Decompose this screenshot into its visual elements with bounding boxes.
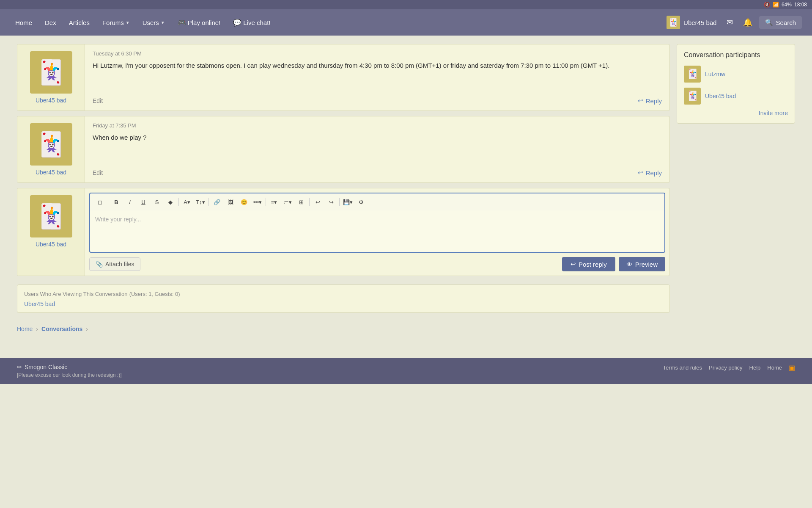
toolbar-eraser[interactable]: ◻ <box>93 196 106 208</box>
participant-name[interactable]: Lutzmw <box>705 71 725 77</box>
edit-link[interactable]: Edit <box>93 97 103 104</box>
nav-home[interactable]: Home <box>10 16 37 30</box>
reply-button[interactable]: ↩ Reply <box>638 169 662 177</box>
toolbar-separator <box>178 198 179 206</box>
viewer-name[interactable]: Uber45 bad <box>24 301 663 307</box>
preview-icon: 👁 <box>626 261 633 268</box>
notifications-icon[interactable]: 🔔 <box>740 14 756 30</box>
paperclip-icon: 📎 <box>96 261 103 268</box>
participant-name[interactable]: Uber45 bad <box>705 93 736 99</box>
livechat-icon: 💬 <box>233 19 241 27</box>
reply-button[interactable]: ↩ Reply <box>638 97 662 105</box>
viewers-section: Users Who Are Viewing This Conversation … <box>17 284 670 313</box>
toolbar-highlight[interactable]: ◆ <box>164 196 177 208</box>
messages-icon[interactable]: ✉ <box>723 14 736 30</box>
message-card: 🃏 Uber45 bad Tuesday at 6:30 PM Hi Lutzm… <box>17 44 670 111</box>
breadcrumb-home[interactable]: Home <box>17 326 33 332</box>
participant-item: 🃏 Uber45 bad <box>684 88 788 105</box>
username-label: Uber45 bad <box>683 19 716 26</box>
nav-articles[interactable]: Articles <box>64 16 95 30</box>
footer-privacy[interactable]: Privacy policy <box>709 364 742 371</box>
toolbar-redo[interactable]: ↪ <box>325 196 337 208</box>
post-reply-icon: ↩ <box>571 260 576 268</box>
composer-avatar: 🃏 <box>30 195 72 237</box>
message-text: When do we play ? <box>93 133 662 162</box>
toolbar-emoji[interactable]: 😊 <box>238 196 250 208</box>
forums-dropdown-arrow: ▼ <box>126 20 130 25</box>
toolbar-link[interactable]: 🔗 <box>211 196 223 208</box>
attach-files-button[interactable]: 📎 Attach files <box>89 257 140 271</box>
user-avatar: 🃏 <box>667 16 680 29</box>
main-container: 🃏 Uber45 bad Tuesday at 6:30 PM Hi Lutzm… <box>0 36 812 349</box>
navbar: Home Dex Articles Forums ▼ Users ▼ 🎮 Pla… <box>0 9 812 36</box>
nav-users[interactable]: Users ▼ <box>137 16 170 30</box>
toolbar-italic[interactable]: I <box>123 196 136 208</box>
message-timestamp: Tuesday at 6:30 PM <box>93 50 662 57</box>
message-actions: Edit ↩ Reply <box>93 97 662 105</box>
search-icon: 🔍 <box>765 19 773 26</box>
composer-card: 🃏 Uber45 bad ◻ B I U S ◆ A▾ T↕▾ 🔗 <box>17 188 670 276</box>
preview-button[interactable]: 👁 Preview <box>619 257 665 271</box>
author-name[interactable]: Uber45 bad <box>36 97 66 104</box>
sidebar: Conversation participants 🃏 Lutzmw 🃏 Ube… <box>677 44 795 124</box>
author-name[interactable]: Uber45 bad <box>36 169 66 176</box>
site-footer: ✏ Smogon Classic [Please excuse our look… <box>0 358 812 384</box>
footer-home[interactable]: Home <box>767 364 782 371</box>
message-card: 🃏 Uber45 bad Friday at 7:35 PM When do w… <box>17 116 670 183</box>
nav-livechat[interactable]: 💬 Live chat! <box>228 15 275 30</box>
breadcrumb-separator: › <box>36 326 38 332</box>
message-text: Hi Lutzmw, i'm your opposent for the sta… <box>93 61 662 90</box>
reply-icon: ↩ <box>638 97 643 105</box>
toolbar-table[interactable]: ⊞ <box>295 196 307 208</box>
post-reply-button[interactable]: ↩ Post reply <box>562 257 615 271</box>
footer-terms[interactable]: Terms and rules <box>663 364 702 371</box>
breadcrumb-conversations[interactable]: Conversations <box>41 326 82 332</box>
nav-forums[interactable]: Forums ▼ <box>97 16 135 30</box>
toolbar-settings[interactable]: ⚙ <box>355 196 368 208</box>
toolbar-strikethrough[interactable]: S <box>151 196 163 208</box>
play-icon: 🎮 <box>178 19 186 27</box>
battery-status: 64% <box>782 2 792 8</box>
message-timestamp: Friday at 7:35 PM <box>93 122 662 129</box>
toolbar-save-draft[interactable]: 💾▾ <box>341 196 354 208</box>
rss-icon[interactable]: ▣ <box>789 364 795 372</box>
content-area: 🃏 Uber45 bad Tuesday at 6:30 PM Hi Lutzm… <box>17 44 670 341</box>
toolbar-font-size[interactable]: T↕▾ <box>194 196 207 208</box>
toolbar-bold[interactable]: B <box>110 196 123 208</box>
navbar-right: 🃏 Uber45 bad ✉ 🔔 🔍 Search <box>663 14 802 31</box>
viewers-title: Users Who Are Viewing This Conversation … <box>24 290 663 297</box>
message-body: Tuesday at 6:30 PM Hi Lutzmw, i'm your o… <box>85 44 669 110</box>
composer-body: ◻ B I U S ◆ A▾ T↕▾ 🔗 🖼 😊 •••▾ ≡▾ <box>85 188 669 276</box>
user-menu[interactable]: 🃏 Uber45 bad <box>663 14 720 31</box>
reply-icon: ↩ <box>638 169 643 177</box>
clock: 18:08 <box>794 2 807 8</box>
toolbar-separator <box>309 198 310 206</box>
composer-avatar-col: 🃏 Uber45 bad <box>17 188 85 276</box>
toolbar-font-color[interactable]: A▾ <box>181 196 193 208</box>
avatar: 🃏 <box>30 51 72 94</box>
message-author-col: 🃏 Uber45 bad <box>17 44 85 110</box>
toolbar-undo[interactable]: ↩ <box>311 196 324 208</box>
editor-placeholder: Write your reply... <box>95 216 141 223</box>
invite-more-link[interactable]: Invite more <box>684 110 788 116</box>
breadcrumb: Home › Conversations › <box>17 321 670 341</box>
sidebar-card: Conversation participants 🃏 Lutzmw 🃏 Ube… <box>677 44 795 124</box>
avatar: 🃏 <box>30 123 72 166</box>
footer-right: ↩ Post reply 👁 Preview <box>562 257 665 271</box>
mute-icon: 🔇 <box>764 2 770 8</box>
nav-play[interactable]: 🎮 Play online! <box>173 15 226 30</box>
navbar-left: Home Dex Articles Forums ▼ Users ▼ 🎮 Pla… <box>10 15 276 30</box>
toolbar-separator <box>339 198 340 206</box>
reply-editor[interactable]: Write your reply... <box>89 210 665 253</box>
footer-help[interactable]: Help <box>749 364 761 371</box>
nav-dex[interactable]: Dex <box>40 16 61 30</box>
toolbar-more[interactable]: •••▾ <box>251 196 264 208</box>
edit-link[interactable]: Edit <box>93 169 103 176</box>
toolbar-align[interactable]: ≡▾ <box>268 196 280 208</box>
toolbar-list[interactable]: ≔▾ <box>281 196 294 208</box>
toolbar-underline[interactable]: U <box>137 196 150 208</box>
search-button[interactable]: 🔍 Search <box>759 16 802 29</box>
breadcrumb-chevron: › <box>86 326 88 332</box>
pencil-icon: ✏ <box>17 364 22 370</box>
toolbar-image[interactable]: 🖼 <box>224 196 237 208</box>
